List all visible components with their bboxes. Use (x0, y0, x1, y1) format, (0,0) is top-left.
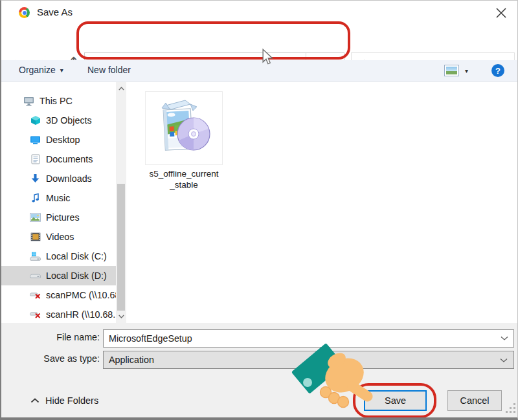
save-as-dialog: Save As ← → ↑ « Local Disk (D:) > New fo… (0, 0, 518, 420)
network-drive-error-icon (30, 290, 41, 301)
music-icon (30, 193, 41, 204)
save-as-type-field-label: Save as type: (1, 353, 100, 364)
network-drive-error-icon (30, 309, 41, 320)
scroll-up-icon[interactable] (117, 84, 125, 93)
cancel-button[interactable]: Cancel (447, 390, 502, 411)
mouse-cursor-icon (262, 49, 273, 65)
sidebar-item-desktop[interactable]: Desktop (1, 130, 116, 149)
window-title: Save As (37, 6, 73, 17)
sidebar-item-documents[interactable]: Documents (1, 149, 116, 169)
this-pc-icon (23, 96, 34, 107)
videos-icon (30, 232, 41, 243)
3d-objects-icon (30, 115, 41, 126)
thumbnail-view-icon (444, 65, 459, 76)
scroll-down-icon[interactable] (117, 312, 125, 321)
sidebar-item-scanhr[interactable]: scanHR (\\10.68. (1, 305, 116, 323)
navigation-row: ← → ↑ « Local Disk (D:) > New folder ↻ (1, 24, 517, 60)
sidebar-item-downloads[interactable]: Downloads (1, 169, 116, 188)
sidebar-item-3d-objects[interactable]: 3D Objects (1, 111, 116, 130)
help-button[interactable]: ? (491, 64, 504, 77)
view-caret-icon: ▾ (465, 67, 468, 74)
help-icon: ? (495, 66, 501, 76)
file-item-installer[interactable]: s5_offline_current _stable (145, 91, 223, 190)
title-bar: Save As (1, 1, 517, 24)
command-toolbar: Organize ▾ New folder ▾ ? (1, 60, 517, 82)
sidebar-item-local-disk-d[interactable]: Local Disk (D:) (1, 266, 116, 285)
disk-c-icon (30, 251, 41, 262)
sidebar-item-local-disk-c[interactable]: Local Disk (C:) (1, 247, 116, 266)
sidebar-scrollbar[interactable] (116, 82, 126, 323)
installer-package-icon (157, 96, 211, 160)
sidebar-item-this-pc[interactable]: This PC (1, 91, 116, 111)
file-name-dropdown-chevron-icon[interactable] (501, 336, 508, 341)
file-name-field-label: File name: (1, 332, 100, 342)
documents-icon (30, 154, 41, 165)
organize-caret-icon: ▾ (60, 67, 63, 74)
save-as-type-chevron-icon (500, 358, 508, 363)
file-name-field (103, 329, 514, 348)
chevron-up-icon (30, 398, 39, 403)
file-name-input[interactable] (103, 329, 514, 348)
file-icon-frame (145, 91, 223, 165)
sidebar-item-videos[interactable]: Videos (1, 227, 116, 247)
desktop-icon (30, 135, 41, 146)
save-as-type-select[interactable]: Application (103, 351, 514, 369)
disk-d-icon (30, 271, 41, 282)
hide-folders-button[interactable]: Hide Folders (30, 395, 98, 406)
scrollbar-thumb[interactable] (117, 184, 125, 311)
downloads-icon (30, 173, 41, 184)
new-folder-button[interactable]: New folder (87, 65, 131, 75)
change-view-button[interactable]: ▾ (444, 65, 468, 76)
pictures-icon (30, 212, 41, 223)
organize-button[interactable]: Organize ▾ (19, 65, 63, 75)
close-icon[interactable] (493, 5, 509, 21)
save-button[interactable]: Save (364, 390, 427, 411)
sidebar-item-pictures[interactable]: Pictures (1, 208, 116, 227)
resize-grip[interactable] (506, 403, 517, 414)
file-name-label: s5_offline_current _stable (135, 168, 232, 190)
chrome-icon (19, 7, 30, 18)
sidebar-item-music[interactable]: Music (1, 188, 116, 208)
sidebar-item-scanpmc[interactable]: scanPMC (\\10.68 (1, 285, 116, 305)
navigation-pane: This PC 3D Objects Desktop Documents (1, 82, 116, 323)
